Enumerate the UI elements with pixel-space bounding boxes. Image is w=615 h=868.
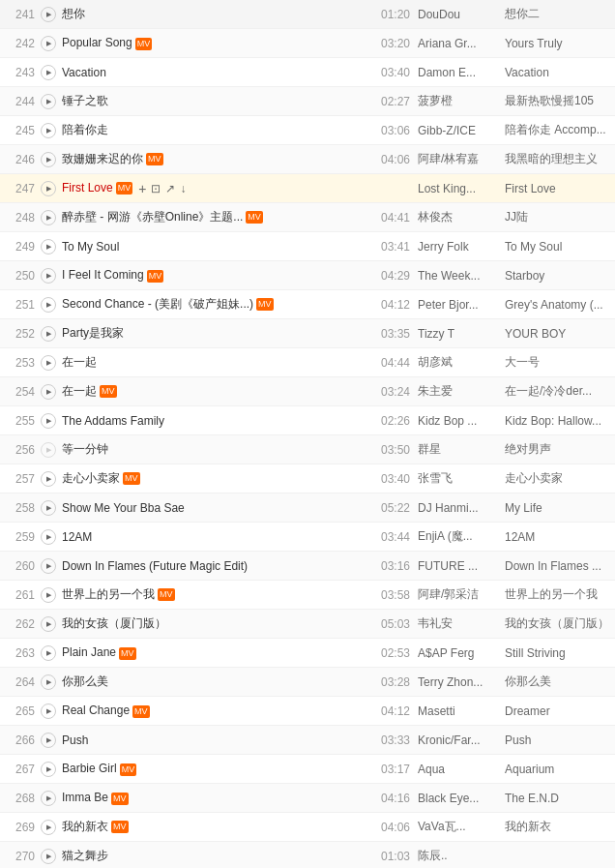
song-title-link[interactable]: Party是我家 bbox=[62, 326, 124, 340]
song-title-link[interactable]: 醉赤壁 - 网游《赤壁Online》主题... bbox=[62, 210, 243, 224]
play-button[interactable] bbox=[41, 442, 56, 458]
play-button[interactable] bbox=[41, 558, 56, 574]
table-row: 256等一分钟03:50群星绝对男声 bbox=[0, 435, 615, 464]
song-album: JJ陆 bbox=[505, 209, 611, 225]
song-title-link[interactable]: 锤子之歌 bbox=[62, 94, 108, 107]
play-button[interactable] bbox=[41, 326, 56, 342]
song-title-link[interactable]: The Addams Family bbox=[62, 414, 164, 428]
song-title-link[interactable]: 猫之舞步 bbox=[62, 849, 108, 862]
mv-badge[interactable]: MV bbox=[246, 211, 263, 224]
song-artist: Masetti bbox=[418, 704, 505, 718]
play-button[interactable] bbox=[41, 65, 56, 80]
play-button[interactable] bbox=[41, 94, 56, 109]
song-duration: 03:50 bbox=[377, 443, 418, 457]
song-title-link[interactable]: To My Soul bbox=[62, 240, 119, 254]
song-duration: 04:12 bbox=[377, 298, 418, 312]
mv-badge[interactable]: MV bbox=[100, 385, 117, 398]
song-title-link[interactable]: First Love bbox=[62, 181, 113, 195]
song-title-link[interactable]: Vacation bbox=[62, 66, 106, 79]
mv-badge[interactable]: MV bbox=[111, 793, 129, 805]
song-title-link[interactable]: 12AM bbox=[62, 530, 92, 544]
mv-badge[interactable]: MV bbox=[119, 647, 136, 660]
song-title-link[interactable]: I Feel It Coming bbox=[62, 268, 144, 282]
mv-badge[interactable]: MV bbox=[135, 38, 153, 50]
row-number: 245 bbox=[4, 124, 41, 137]
song-album: Starboy bbox=[505, 269, 611, 283]
play-button[interactable] bbox=[41, 297, 56, 313]
song-title-link[interactable]: Plain Jane bbox=[62, 645, 116, 659]
song-title-link[interactable]: 走心小卖家 bbox=[62, 471, 120, 485]
song-title-link[interactable]: Push bbox=[62, 733, 88, 747]
play-button[interactable] bbox=[41, 384, 56, 400]
play-button[interactable] bbox=[41, 413, 56, 429]
song-title-link[interactable]: 致姗姗来迟的你 bbox=[62, 152, 143, 165]
song-title-link[interactable]: 世界上的另一个我 bbox=[62, 587, 155, 601]
play-button[interactable] bbox=[41, 7, 56, 22]
song-title-link[interactable]: 等一分钟 bbox=[62, 442, 108, 456]
song-title-link[interactable]: 我的女孩（厦门版） bbox=[62, 616, 166, 630]
row-number: 254 bbox=[4, 385, 41, 399]
mv-badge[interactable]: MV bbox=[158, 588, 175, 601]
play-button[interactable] bbox=[41, 239, 56, 254]
song-title-link[interactable]: Barbie Girl bbox=[62, 762, 117, 775]
play-button[interactable] bbox=[41, 674, 56, 690]
table-row: 244锤子之歌02:27菠萝橙最新热歌慢摇105 bbox=[0, 87, 615, 116]
song-title-link[interactable]: 在一起 bbox=[62, 355, 97, 369]
mv-badge[interactable]: MV bbox=[116, 182, 133, 195]
song-title-link[interactable]: 在一起 bbox=[62, 384, 97, 398]
song-artist: 林俊杰 bbox=[418, 209, 505, 225]
play-button[interactable] bbox=[41, 500, 56, 516]
song-duration: 02:27 bbox=[377, 95, 418, 108]
play-button[interactable] bbox=[41, 703, 56, 719]
song-title-link[interactable]: Down In Flames (Future Magic Edit) bbox=[62, 559, 248, 573]
play-button[interactable] bbox=[41, 123, 56, 138]
row-number: 257 bbox=[4, 472, 41, 486]
song-title-link[interactable]: 我的新衣 bbox=[62, 820, 108, 833]
song-artist: 菠萝橙 bbox=[418, 93, 505, 109]
play-button[interactable] bbox=[41, 152, 56, 167]
song-title-link[interactable]: 陪着你走 bbox=[62, 123, 108, 136]
song-album: Yours Truly bbox=[505, 37, 611, 50]
mv-badge[interactable]: MV bbox=[256, 298, 274, 311]
song-duration: 03:41 bbox=[377, 240, 418, 254]
collect-icon[interactable]: ⊡ bbox=[151, 182, 161, 195]
share-icon[interactable]: ↗ bbox=[165, 182, 175, 195]
play-button[interactable] bbox=[41, 587, 56, 603]
play-button[interactable] bbox=[41, 733, 56, 748]
mv-badge[interactable]: MV bbox=[132, 705, 150, 718]
mv-badge[interactable]: MV bbox=[146, 153, 163, 165]
play-button[interactable] bbox=[41, 616, 56, 632]
play-button[interactable] bbox=[41, 471, 56, 487]
play-button[interactable] bbox=[41, 36, 56, 51]
song-title-link[interactable]: Second Chance - (美剧《破产姐妹...) bbox=[62, 297, 253, 311]
add-to-playlist-icon[interactable]: + bbox=[138, 181, 146, 196]
song-duration: 03:33 bbox=[377, 733, 418, 747]
song-title-link[interactable]: 你那么美 bbox=[62, 674, 108, 688]
row-number: 250 bbox=[4, 269, 41, 283]
play-button[interactable] bbox=[41, 645, 56, 661]
play-button[interactable] bbox=[41, 268, 56, 284]
song-title-link[interactable]: Real Change bbox=[62, 703, 130, 717]
song-title-link[interactable]: Imma Be bbox=[62, 791, 108, 804]
row-number: 249 bbox=[4, 240, 41, 254]
play-button[interactable] bbox=[41, 791, 56, 806]
row-number: 270 bbox=[4, 850, 41, 863]
mv-badge[interactable]: MV bbox=[120, 763, 137, 776]
song-title-link[interactable]: Show Me Your Bba Sae bbox=[62, 501, 185, 515]
song-album: 大一号 bbox=[505, 354, 611, 371]
song-title-link[interactable]: 想你 bbox=[62, 7, 85, 20]
mv-badge[interactable]: MV bbox=[147, 270, 164, 283]
play-button[interactable] bbox=[41, 820, 56, 835]
play-button[interactable] bbox=[41, 355, 56, 371]
table-row: 264你那么美03:28Terry Zhon...你那么美 bbox=[0, 668, 615, 697]
play-button[interactable] bbox=[41, 849, 56, 864]
play-button[interactable] bbox=[41, 210, 56, 225]
play-button[interactable] bbox=[41, 762, 56, 777]
mv-badge[interactable]: MV bbox=[123, 472, 140, 485]
mv-badge[interactable]: MV bbox=[111, 821, 129, 833]
play-button[interactable] bbox=[41, 529, 56, 545]
download-icon[interactable]: ↓ bbox=[180, 182, 186, 195]
table-row: 270猫之舞步01:03陈辰.. bbox=[0, 842, 615, 868]
play-button[interactable] bbox=[41, 181, 56, 196]
song-title-link[interactable]: Popular Song bbox=[62, 36, 132, 49]
